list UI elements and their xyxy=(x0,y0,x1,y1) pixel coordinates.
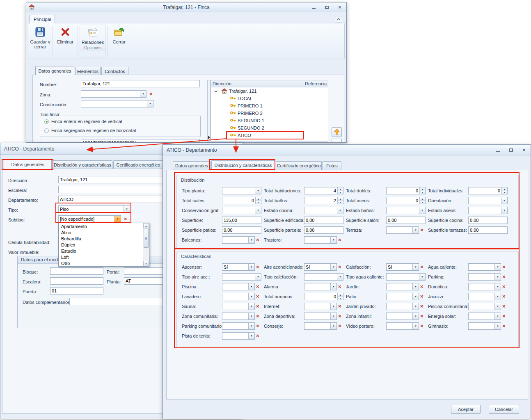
superficie-input[interactable]: 115,00 xyxy=(222,217,261,224)
clear-icon[interactable]: × xyxy=(420,313,423,320)
ascensor-combobox[interactable]: Sí▼ xyxy=(222,263,255,271)
spin-down-icon[interactable]: ▼ xyxy=(256,201,261,204)
orientación-combobox[interactable]: ▼ xyxy=(468,197,508,204)
guardar-cerrar-button[interactable]: Guardar y cerrar xyxy=(29,25,51,57)
clear-icon[interactable]: × xyxy=(420,283,423,290)
conserje-combobox[interactable]: ▼ xyxy=(304,322,337,330)
chevron-down-icon[interactable]: ▼ xyxy=(330,237,336,243)
spin-down-icon[interactable]: ▼ xyxy=(338,191,343,194)
clear-icon[interactable]: × xyxy=(338,236,341,244)
eliminar-button[interactable]: Eliminar xyxy=(54,25,76,57)
datos-complementarios-input[interactable] xyxy=(69,298,178,305)
cerrar-button[interactable]: Cerrar xyxy=(109,25,129,57)
right-titlebar[interactable]: ATICO - Departamento × xyxy=(163,145,531,155)
cancelar-button[interactable]: Cancelar xyxy=(489,405,519,414)
total-baños-spinner[interactable]: 2▲▼ xyxy=(304,197,343,204)
lavadero-combobox[interactable]: ▼ xyxy=(222,293,255,300)
radio-finca-vertical[interactable]: Finca entera en régimen de vertical xyxy=(44,119,122,124)
radio-selected-icon[interactable] xyxy=(44,119,49,124)
minimize-icon[interactable] xyxy=(310,5,317,10)
chevron-down-icon[interactable]: ▼ xyxy=(412,323,419,329)
parking-comunitario-combobox[interactable]: ▼ xyxy=(222,322,255,330)
minimize-icon[interactable] xyxy=(494,147,501,153)
chevron-down-icon[interactable]: ▼ xyxy=(494,274,501,280)
piscina-comunitaria-combobox[interactable]: ▼ xyxy=(468,303,501,310)
subtipo-combobox[interactable]: [No especificado] ▼ xyxy=(58,215,121,223)
superficie-terrazas-input[interactable]: 0,00 xyxy=(468,226,508,234)
chevron-down-icon[interactable]: ▼ xyxy=(412,293,419,300)
clear-icon[interactable]: × xyxy=(502,303,506,310)
tree-item-primero-2[interactable]: PRIMERO 2 xyxy=(211,110,328,117)
chevron-down-icon[interactable]: ▼ xyxy=(248,313,254,320)
radio-unselected-icon[interactable] xyxy=(44,128,49,133)
dropdown-option-otro[interactable]: Otro xyxy=(59,260,143,267)
internet-combobox[interactable]: ▼ xyxy=(304,303,337,310)
chevron-down-icon[interactable]: ▼ xyxy=(248,283,254,290)
chevron-down-icon[interactable]: ▼ xyxy=(412,227,419,233)
clear-icon[interactable]: × xyxy=(256,303,259,310)
tree-item-primero-1[interactable]: PRIMERO 1 xyxy=(211,102,328,110)
tree-root-row[interactable]: Trafalgar, 121 xyxy=(211,87,328,95)
estado-aseos-combobox[interactable]: ▼ xyxy=(468,207,508,214)
total-aseos-spinner[interactable]: 0▲▼ xyxy=(386,197,426,204)
estado-baños-combobox[interactable]: ▼ xyxy=(386,207,426,214)
chevron-down-icon[interactable]: ▼ xyxy=(412,313,419,320)
clear-icon[interactable]: × xyxy=(338,283,341,290)
escalera2-input[interactable] xyxy=(50,277,103,285)
chevron-down-icon[interactable]: ▼ xyxy=(337,274,343,280)
chevron-down-icon[interactable]: ▼ xyxy=(501,197,507,204)
chevron-down-icon[interactable]: ▼ xyxy=(330,323,336,329)
agua-caliente-combobox[interactable]: ▼ xyxy=(468,263,501,271)
clear-icon[interactable]: × xyxy=(256,332,259,340)
tab-contactos[interactable]: Contactos xyxy=(101,67,128,75)
chevron-down-icon[interactable]: ▼ xyxy=(337,207,343,214)
chevron-down-icon[interactable]: ▼ xyxy=(330,313,336,320)
tab-certificado-energetico[interactable]: Certificado energético xyxy=(113,160,163,169)
clear-icon[interactable]: × xyxy=(502,293,506,300)
chevron-down-icon[interactable]: ▼ xyxy=(255,274,261,280)
vídeo-portero-combobox[interactable]: ▼ xyxy=(386,322,419,330)
chevron-down-icon[interactable]: ▼ xyxy=(330,264,336,270)
clear-icon[interactable]: × xyxy=(502,273,506,281)
chevron-down-icon[interactable]: ▼ xyxy=(412,283,419,290)
clear-icon[interactable]: × xyxy=(256,293,259,300)
clear-icon[interactable]: × xyxy=(502,283,506,290)
chevron-down-icon[interactable]: ▼ xyxy=(494,264,501,270)
chevron-down-icon[interactable]: ▼ xyxy=(248,293,254,300)
clear-icon[interactable]: × xyxy=(256,263,259,271)
dropdown-option-ático[interactable]: Ático xyxy=(59,230,143,236)
spin-down-icon[interactable]: ▼ xyxy=(420,191,425,194)
tree-item-segundo-2[interactable]: SEGUNDO 2 xyxy=(211,124,328,132)
spin-up-icon[interactable]: ▲ xyxy=(502,187,507,191)
chevron-down-icon[interactable]: ▼ xyxy=(248,237,254,243)
total-armarios-spinner[interactable]: 0▲▼ xyxy=(304,293,343,300)
clear-icon[interactable]: × xyxy=(502,263,506,271)
referencia-catastral-input[interactable]: 1024705DE3812C0009OH xyxy=(81,139,200,143)
tree-item-local[interactable]: LOCAL xyxy=(211,95,328,102)
tab-fotos[interactable]: Fotos xyxy=(323,161,341,170)
clear-icon[interactable]: × xyxy=(256,322,259,330)
construccion-combobox[interactable]: ▼ xyxy=(81,100,153,107)
move-up-button[interactable] xyxy=(332,127,342,137)
radio-finca-horizontal[interactable]: Finca segregada en regimen de horizontal xyxy=(44,128,136,133)
clear-icon[interactable]: × xyxy=(338,263,341,271)
dropdown-option-dúplex[interactable]: Dúplex xyxy=(59,242,143,248)
aire-acondicionado-combobox[interactable]: Sí▼ xyxy=(304,263,337,271)
ribbon-tab-principal[interactable]: Principal xyxy=(30,15,55,23)
chevron-down-icon[interactable]: ▼ xyxy=(248,323,254,329)
tree-expand-icon[interactable] xyxy=(214,89,218,94)
zona-clear-icon[interactable]: × xyxy=(149,90,153,98)
alarma-combobox[interactable]: ▼ xyxy=(304,283,337,290)
jacuzzi-combobox[interactable]: ▼ xyxy=(468,293,501,300)
aceptar-button[interactable]: Aceptar xyxy=(451,405,481,414)
zona-infantil-combobox[interactable]: ▼ xyxy=(386,313,419,320)
maximize-icon[interactable] xyxy=(323,5,330,10)
finca-titlebar[interactable]: Trafalgar, 121 - Finca × xyxy=(26,2,346,12)
partial-button[interactable] xyxy=(332,139,342,143)
clear-icon[interactable]: × xyxy=(420,303,423,310)
ribbon-collapse-button[interactable] xyxy=(335,16,342,23)
chevron-down-icon[interactable]: ▼ xyxy=(412,303,419,310)
spin-up-icon[interactable]: ▲ xyxy=(420,187,425,191)
spin-down-icon[interactable]: ▼ xyxy=(338,297,343,300)
tipo-calefacción-combobox[interactable]: ▼ xyxy=(304,273,343,281)
